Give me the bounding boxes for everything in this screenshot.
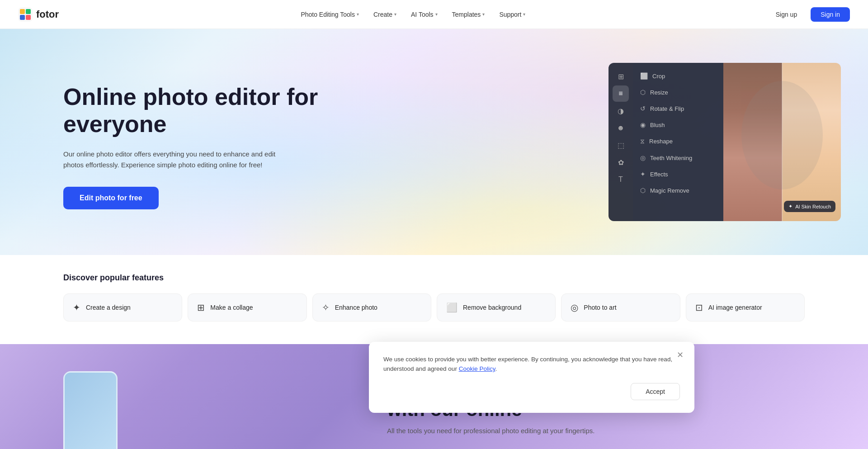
- accept-cookies-button[interactable]: Accept: [631, 383, 680, 400]
- svg-rect-4: [26, 15, 31, 20]
- teeth-whitening-icon: ◎: [640, 154, 646, 161]
- feature-ai-image-generator[interactable]: ⊡ AI image generator: [686, 293, 805, 321]
- chevron-down-icon: ▾: [523, 12, 525, 17]
- hero-subtitle: Our online photo editor offers everythin…: [63, 149, 289, 170]
- feature-card-label: Photo to art: [584, 304, 616, 311]
- signin-button[interactable]: Sign in: [811, 7, 850, 22]
- ai-image-gen-icon: ⊡: [695, 302, 703, 313]
- svg-point-5: [741, 81, 823, 189]
- nav-actions: Sign up Sign in: [768, 7, 850, 22]
- nav-links: Photo Editing Tools ▾ Create ▾ AI Tools …: [294, 7, 532, 22]
- chevron-down-icon: ▾: [482, 12, 485, 17]
- editor-sidebar: ⊞ ≡ ◑ ☻ ⬚ ✿ T: [609, 63, 633, 221]
- feature-remove-background[interactable]: ⬜ Remove background: [437, 293, 556, 321]
- cookie-policy-link[interactable]: Cookie Policy: [459, 365, 495, 372]
- nav-photo-editing-tools[interactable]: Photo Editing Tools ▾: [294, 7, 365, 22]
- make-collage-icon: ⊞: [197, 302, 205, 313]
- sidebar-adjust-icon[interactable]: ≡: [613, 85, 629, 102]
- feature-create-a-design[interactable]: ✦ Create a design: [63, 293, 182, 321]
- feature-enhance-photo[interactable]: ✧ Enhance photo: [312, 293, 431, 321]
- svg-rect-3: [20, 15, 25, 20]
- chevron-down-icon: ▾: [435, 12, 438, 17]
- feature-card-label: Remove background: [463, 304, 521, 311]
- sidebar-face-icon[interactable]: ☻: [613, 120, 629, 136]
- menu-item-magic-remove[interactable]: ⬡ Magic Remove: [633, 183, 723, 198]
- features-section: Discover popular features ✦ Create a des…: [0, 255, 868, 344]
- bottom-subtitle: All the tools you need for professional …: [387, 427, 805, 435]
- features-grid: ✦ Create a design ⊞ Make a collage ✧ Enh…: [63, 293, 805, 321]
- signup-button[interactable]: Sign up: [768, 7, 805, 22]
- sidebar-text-icon[interactable]: T: [613, 171, 629, 188]
- face-svg-overlay: [723, 63, 841, 221]
- blush-icon: ◉: [640, 121, 646, 128]
- feature-card-label: AI image generator: [708, 304, 762, 311]
- cookie-banner: ✕ We use cookies to provide you with bet…: [369, 342, 694, 413]
- fotor-logo-icon: [18, 7, 33, 22]
- bottom-left-visual: [63, 371, 360, 449]
- editor-panel: ⊞ ≡ ◑ ☻ ⬚ ✿ T ⬜ Crop ⬡ Resize ↺ Rotate &…: [609, 63, 841, 221]
- hero-title: Online photo editor for everyone: [63, 84, 335, 138]
- chevron-down-icon: ▾: [394, 12, 396, 17]
- sidebar-apps-icon[interactable]: ⊞: [613, 68, 629, 85]
- editor-photo: ✦ AI Skin Retouch: [723, 63, 841, 221]
- sidebar-frame-icon[interactable]: ⬚: [613, 137, 629, 153]
- menu-item-blush[interactable]: ◉ Blush: [633, 117, 723, 132]
- menu-item-teeth-whitening[interactable]: ◎ Teeth Whitening: [633, 150, 723, 165]
- cta-button[interactable]: Edit photo for free: [63, 187, 159, 209]
- create-design-icon: ✦: [73, 302, 80, 313]
- remove-bg-icon: ⬜: [446, 302, 458, 313]
- menu-item-effects[interactable]: ✦ Effects: [633, 166, 723, 182]
- phone-mockup: [63, 371, 118, 449]
- features-title: Discover popular features: [63, 273, 805, 283]
- crop-icon: ⬜: [640, 72, 648, 80]
- navbar: fotor Photo Editing Tools ▾ Create ▾ AI …: [0, 0, 868, 29]
- ai-icon: ✦: [788, 203, 793, 209]
- feature-card-label: Create a design: [86, 304, 131, 311]
- logo-text: fotor: [36, 9, 59, 20]
- magic-remove-icon: ⬡: [640, 187, 646, 194]
- chevron-down-icon: ▾: [357, 12, 359, 17]
- nav-templates[interactable]: Templates ▾: [446, 7, 491, 22]
- feature-make-collage[interactable]: ⊞ Make a collage: [188, 293, 307, 321]
- hero-section: Online photo editor for everyone Our onl…: [0, 29, 868, 255]
- photo-to-art-icon: ◎: [571, 302, 578, 313]
- sidebar-filter-icon[interactable]: ◑: [613, 103, 629, 119]
- nav-support[interactable]: Support ▾: [493, 7, 532, 22]
- face-illustration: [723, 63, 841, 221]
- svg-rect-2: [26, 9, 31, 14]
- rotate-icon: ↺: [640, 105, 646, 112]
- effects-icon: ✦: [640, 170, 646, 178]
- menu-item-reshape[interactable]: ⧖ Reshape: [633, 133, 723, 149]
- cookie-text: We use cookies to provide you with bette…: [383, 354, 680, 374]
- feature-card-label: Enhance photo: [335, 304, 377, 311]
- resize-icon: ⬡: [640, 89, 646, 96]
- feature-card-label: Make a collage: [210, 304, 253, 311]
- nav-create[interactable]: Create ▾: [367, 7, 403, 22]
- svg-rect-1: [20, 9, 25, 14]
- nav-ai-tools[interactable]: AI Tools ▾: [405, 7, 444, 22]
- logo[interactable]: fotor: [18, 7, 59, 22]
- menu-item-rotate-flip[interactable]: ↺ Rotate & Flip: [633, 101, 723, 116]
- sidebar-sticker-icon[interactable]: ✿: [613, 154, 629, 170]
- feature-photo-to-art[interactable]: ◎ Photo to art: [561, 293, 680, 321]
- enhance-photo-icon: ✧: [322, 302, 330, 313]
- menu-item-crop[interactable]: ⬜ Crop: [633, 68, 723, 84]
- editor-menu: ⬜ Crop ⬡ Resize ↺ Rotate & Flip ◉ Blush …: [633, 63, 723, 221]
- cookie-close-button[interactable]: ✕: [673, 348, 687, 362]
- reshape-icon: ⧖: [640, 137, 645, 145]
- menu-item-resize[interactable]: ⬡ Resize: [633, 85, 723, 100]
- cookie-actions: Accept: [383, 383, 680, 400]
- hero-content: Online photo editor for everyone Our onl…: [63, 84, 335, 209]
- ai-skin-retouch-badge: ✦ AI Skin Retouch: [784, 201, 835, 212]
